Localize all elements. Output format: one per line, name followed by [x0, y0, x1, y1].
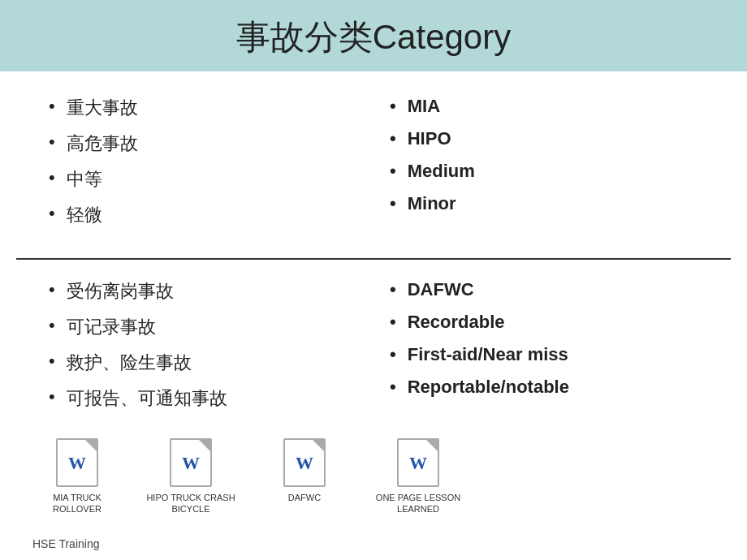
section1: 重大事故 高危事故 中等 轻微 MIA HIPO Medium Minor	[0, 71, 747, 239]
list-item: DAFWC	[390, 279, 698, 300]
list-item: Minor	[390, 193, 698, 214]
icon-label-1: HIPO TRUCK CRASH BICYCLE	[146, 492, 235, 515]
list-item: 轻微	[49, 203, 357, 227]
doc-icon-1: W	[170, 438, 212, 487]
list-item: First-aid/Near miss	[390, 344, 698, 365]
list-item: MIA	[390, 96, 698, 117]
section2-right: DAFWC Recordable First-aid/Near miss Rep…	[390, 279, 698, 422]
list-item: HIPO	[390, 128, 698, 149]
page-title: 事故分类Category	[16, 15, 731, 60]
icons-section: W MIA TRUCK ROLLOVER W HIPO TRUCK CRASH …	[0, 422, 747, 523]
section1-left: 重大事故 高危事故 中等 轻微	[49, 96, 357, 239]
section1-right-list: MIA HIPO Medium Minor	[390, 96, 698, 214]
icon-label-0: MIA TRUCK ROLLOVER	[32, 492, 122, 515]
list-item: 救护、险生事故	[49, 351, 357, 375]
footer-text: HSE Training	[32, 537, 99, 550]
section2-left: 受伤离岗事故 可记录事故 救护、险生事故 可报告、可通知事故	[49, 279, 357, 422]
footer: HSE Training	[32, 537, 99, 550]
list-item: Medium	[390, 161, 698, 182]
word-w-icon: W	[409, 453, 427, 474]
doc-icon-item-3[interactable]: W ONE PAGE LESSON LEARNED	[374, 438, 463, 515]
list-item: 可报告、可通知事故	[49, 386, 357, 411]
doc-icon-3: W	[397, 438, 439, 487]
list-item: 重大事故	[49, 96, 357, 120]
section1-right: MIA HIPO Medium Minor	[390, 96, 698, 239]
doc-icon-item-2[interactable]: W DAFWC	[260, 438, 349, 503]
doc-icon-item-1[interactable]: W HIPO TRUCK CRASH BICYCLE	[146, 438, 235, 515]
list-item: Recordable	[390, 312, 698, 333]
icon-label-2: DAFWC	[288, 492, 321, 503]
list-item: 可记录事故	[49, 315, 357, 339]
word-w-icon: W	[296, 453, 313, 474]
list-item: Reportable/notable	[390, 377, 698, 398]
doc-icon-2: W	[283, 438, 326, 487]
section-divider	[16, 258, 731, 260]
list-item: 受伤离岗事故	[49, 279, 357, 304]
icon-label-3: ONE PAGE LESSON LEARNED	[374, 492, 463, 515]
header-banner: 事故分类Category	[0, 0, 747, 71]
section2-right-list: DAFWC Recordable First-aid/Near miss Rep…	[390, 279, 698, 398]
section1-left-list: 重大事故 高危事故 中等 轻微	[49, 96, 357, 227]
doc-icon-item-0[interactable]: W MIA TRUCK ROLLOVER	[32, 438, 122, 515]
list-item: 高危事故	[49, 131, 357, 156]
section2-left-list: 受伤离岗事故 可记录事故 救护、险生事故 可报告、可通知事故	[49, 279, 357, 411]
doc-icon-0: W	[56, 438, 98, 487]
word-w-icon: W	[68, 453, 86, 474]
section2: 受伤离岗事故 可记录事故 救护、险生事故 可报告、可通知事故 DAFWC Rec…	[0, 279, 747, 422]
list-item: 中等	[49, 167, 357, 192]
word-w-icon: W	[182, 453, 200, 474]
